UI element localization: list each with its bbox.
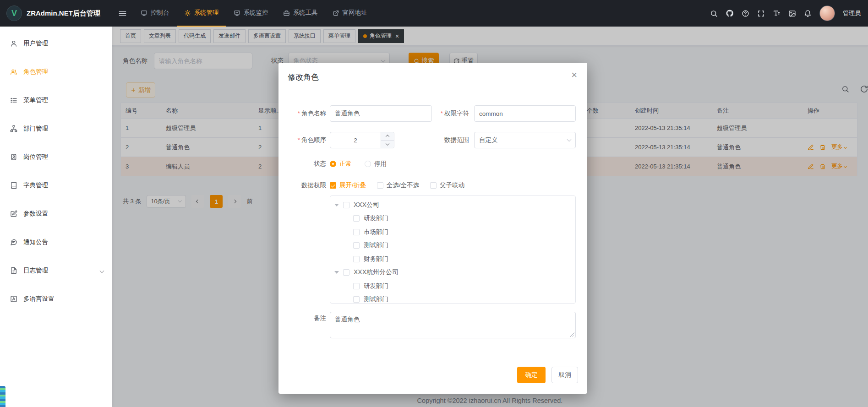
data-permission-options: 展开/折叠 全选/全不选 父子联动: [330, 180, 464, 190]
data-scope-label: 数据范围: [434, 132, 469, 148]
image-icon[interactable]: [788, 10, 796, 17]
checkbox-select-all[interactable]: 全选/全不选: [377, 181, 419, 190]
remark-textarea[interactable]: 普通角色: [330, 312, 576, 338]
book-icon: [10, 182, 17, 189]
message-icon: [10, 239, 17, 246]
data-scope-select[interactable]: 自定义: [474, 132, 576, 148]
tree-node-label: 财务部门: [364, 255, 388, 263]
checkbox-box[interactable]: [343, 269, 349, 276]
checkbox-box[interactable]: [353, 256, 360, 262]
tree-expand-icon[interactable]: [334, 204, 339, 206]
tree-node-dept[interactable]: 财务部门: [330, 252, 575, 266]
sidebar-item-departments[interactable]: 部门管理: [0, 114, 112, 143]
sidebar-item-label: 菜单管理: [23, 96, 48, 104]
checkbox-box[interactable]: [353, 242, 360, 249]
gear-icon: [184, 10, 191, 16]
close-icon[interactable]: ×: [569, 68, 579, 82]
cancel-button[interactable]: 取消: [551, 367, 578, 383]
checkbox-parent-child-link[interactable]: 父子联动: [430, 181, 464, 190]
tree-node-dept[interactable]: 测试部门: [330, 293, 575, 304]
radio-status-disabled[interactable]: 停用: [365, 160, 387, 168]
tree-node-dept[interactable]: 市场部门: [330, 225, 575, 239]
nav-label: 系统工具: [293, 9, 318, 17]
sidebar-item-label: 字典管理: [23, 181, 48, 190]
corner-widget[interactable]: [0, 386, 5, 407]
sidebar-item-i18n[interactable]: 多语言设置: [0, 285, 112, 313]
checkbox-box[interactable]: [343, 202, 349, 208]
nav-item-system-admin[interactable]: 系统管理: [177, 0, 226, 27]
status-label: 状态: [292, 159, 326, 169]
external-link-icon: [333, 10, 339, 16]
stepper-down-button[interactable]: [381, 141, 394, 148]
nav-item-system-monitor[interactable]: 系统监控: [226, 0, 276, 27]
tree-expand-icon[interactable]: [334, 271, 339, 274]
tree-node-label: 测试部门: [364, 295, 388, 304]
app-title: ZRAdmin.NET后台管理: [27, 9, 100, 18]
edit-role-dialog: 修改角色 × *角色名称 *权限字符 *角色顺序 数据范围 自定义 状态 正常 …: [278, 63, 587, 394]
edit-square-icon: [10, 210, 17, 217]
perm-string-input[interactable]: [474, 105, 576, 122]
remark-field: 普通角色: [330, 312, 576, 338]
checkbox-expand-collapse[interactable]: 展开/折叠: [330, 181, 366, 190]
tree-node-label: 测试部门: [364, 241, 388, 250]
sidebar-item-parameters[interactable]: 参数设置: [0, 200, 112, 228]
nav-label: 系统管理: [194, 9, 219, 17]
nav-item-system-tools[interactable]: 系统工具: [276, 0, 325, 27]
sidebar-item-label: 日志管理: [23, 266, 48, 275]
sidebar-item-posts[interactable]: 岗位管理: [0, 143, 112, 171]
sidebar: 用户管理 角色管理 菜单管理 部门管理 岗位管理 字典管理 参数设置 通知公告 …: [0, 27, 112, 407]
role-order-stepper[interactable]: [330, 132, 394, 148]
nav-label: 系统监控: [244, 9, 268, 17]
stepper-up-button[interactable]: [381, 132, 394, 141]
search-icon[interactable]: [710, 10, 718, 17]
data-permission-label: 数据权限: [292, 180, 326, 190]
nav-item-website[interactable]: 官网地址: [325, 0, 375, 27]
radio-status-normal[interactable]: 正常: [330, 160, 352, 168]
username[interactable]: 管理员: [843, 9, 861, 17]
sidebar-item-notices[interactable]: 通知公告: [0, 228, 112, 256]
help-icon[interactable]: [742, 10, 749, 17]
bell-icon[interactable]: [804, 10, 812, 17]
nav-label: 控制台: [151, 9, 169, 17]
tree-node-label: 市场部门: [364, 228, 388, 236]
tree-node-dept[interactable]: 研发部门: [330, 279, 575, 293]
checkbox-box[interactable]: [353, 215, 360, 222]
role-order-input[interactable]: [330, 132, 381, 148]
checkbox-box: [330, 182, 336, 189]
github-icon[interactable]: [726, 9, 734, 17]
top-nav: 控制台 系统管理 系统监控 系统工具 官网地址: [133, 0, 375, 27]
sidebar-item-label: 用户管理: [23, 39, 48, 48]
sidebar-item-dictionary[interactable]: 字典管理: [0, 171, 112, 200]
checkbox-box[interactable]: [353, 229, 360, 235]
font-size-icon[interactable]: [773, 10, 781, 17]
nav-item-console[interactable]: 控制台: [133, 0, 177, 27]
checkbox-box: [377, 182, 383, 189]
topbar-actions: 管理员: [710, 5, 868, 21]
monitor-icon: [234, 10, 240, 16]
confirm-button[interactable]: 确定: [517, 367, 546, 383]
tree-node-dept[interactable]: 研发部门: [330, 212, 575, 226]
tree-node-company-1[interactable]: XXX公司: [330, 198, 575, 212]
chevron-down-icon: [567, 137, 572, 142]
checkbox-box[interactable]: [353, 283, 360, 289]
sidebar-item-users[interactable]: 用户管理: [0, 29, 112, 58]
status-radio-group: 正常 停用: [330, 159, 387, 169]
role-name-input[interactable]: [330, 105, 432, 122]
logo-icon: V: [6, 5, 22, 21]
sidebar-item-menus[interactable]: 菜单管理: [0, 86, 112, 114]
sidebar-item-logs[interactable]: 日志管理: [0, 256, 112, 285]
role-order-label: *角色顺序: [292, 132, 326, 148]
role-name-label: *角色名称: [292, 105, 326, 122]
checkbox-box[interactable]: [353, 296, 360, 303]
tree-node-company-2[interactable]: XXX杭州分公司: [330, 266, 575, 280]
radio-dot: [365, 161, 371, 167]
tree-node-dept[interactable]: 测试部门: [330, 239, 575, 253]
required-asterisk: *: [298, 136, 300, 143]
fullscreen-icon[interactable]: [757, 10, 765, 17]
sidebar-item-label: 部门管理: [23, 125, 48, 133]
avatar[interactable]: [819, 5, 835, 21]
hamburger-icon[interactable]: [112, 0, 133, 27]
radio-dot: [330, 161, 336, 167]
dialog-title: 修改角色: [288, 72, 319, 82]
sidebar-item-roles[interactable]: 角色管理: [0, 58, 112, 86]
